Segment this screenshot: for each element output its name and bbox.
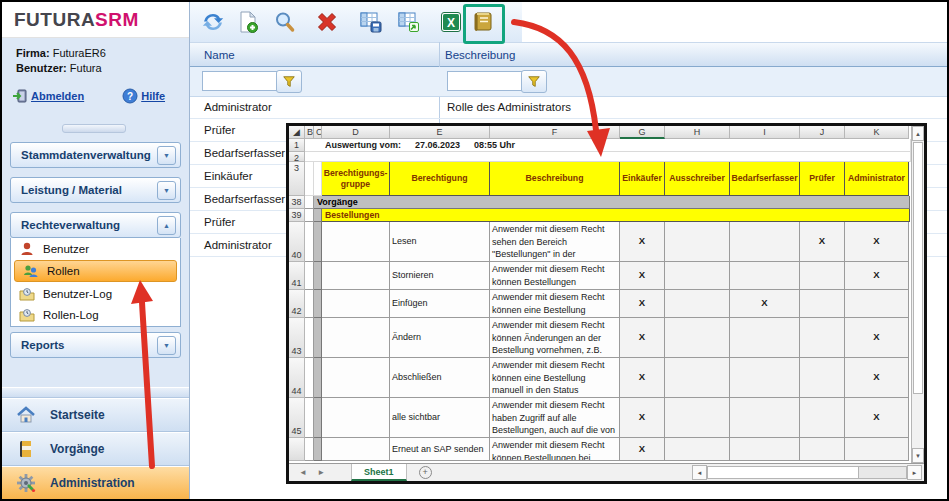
benutzer-label: Benutzer: [16, 62, 67, 74]
nav-item-vorgaenge[interactable]: Vorgänge [2, 432, 189, 466]
col-letter-selected: G [620, 126, 665, 139]
row-number: 2 [289, 152, 305, 162]
sheet-header-administrator: Administrator [845, 162, 909, 196]
sidebar-item-benutzer-log[interactable]: Benutzer-Log [11, 283, 180, 304]
scroll-up-icon[interactable]: ▲ [912, 126, 924, 141]
filter-row [190, 67, 947, 97]
chevron-down-icon[interactable]: ▼ [157, 336, 176, 355]
sheet-horizontal-scrollbar[interactable]: ◄ ► [692, 466, 922, 479]
name-filter-input[interactable] [202, 71, 278, 91]
x-bedarfserfasser [730, 222, 800, 262]
add-sheet-icon[interactable]: + [419, 466, 432, 479]
sheet-vertical-scrollbar[interactable]: ▲ ▼ [911, 126, 924, 463]
sheet-title-row: 1 Auswertung vom: 27.06.2023 08:55 Uhr [289, 139, 911, 152]
sidebar-item-benutzer[interactable]: Benutzer [11, 238, 180, 259]
sidebar-item-rollen-log[interactable]: Rollen-Log [11, 304, 180, 325]
beschreibung-filter-input[interactable] [447, 71, 523, 91]
x-einkaeufer: X [620, 358, 665, 398]
accordion-label: Leistung / Material [11, 184, 157, 196]
row-number: 1 [289, 139, 305, 152]
log-icon [19, 307, 35, 323]
x-administrator: X [845, 222, 909, 262]
x-pruefer [800, 290, 845, 318]
beschreibung-filter-button[interactable] [521, 70, 547, 93]
row-number: 40 [289, 222, 305, 262]
row-number: 45 [289, 398, 305, 438]
x-bedarfserfasser: X [730, 290, 800, 318]
col-letter: J [800, 126, 845, 139]
delete-x-icon [315, 10, 339, 34]
new-record-button[interactable] [235, 9, 261, 35]
logo-text-srm: SRM [95, 9, 139, 30]
save-grid-button[interactable] [358, 9, 384, 35]
excel-icon: X [439, 10, 463, 34]
chevron-down-icon[interactable]: ▼ [157, 181, 176, 200]
user-icon [19, 241, 35, 257]
chevron-up-icon[interactable]: ▲ [157, 216, 176, 235]
row-number: 44 [289, 358, 305, 398]
scroll-left-icon[interactable]: ◄ [692, 465, 707, 480]
logo-text-futura: FUTURA [14, 9, 95, 30]
x-administrator: X [845, 262, 909, 290]
role-description: Rolle des Administrators [439, 101, 571, 113]
refresh-button[interactable] [200, 9, 226, 35]
firma-label: Firma: [16, 47, 50, 59]
benutzer-value: Futura [70, 62, 102, 74]
nav-item-label: Administration [50, 476, 135, 490]
nav-item-administration[interactable]: Administration [2, 466, 189, 499]
x-administrator [845, 290, 909, 318]
chevron-down-icon[interactable]: ▼ [157, 146, 176, 165]
vertical-scroll-thumb[interactable] [913, 142, 923, 394]
permission-name: Abschließen [390, 358, 490, 398]
nav-item-startseite[interactable]: Startseite [2, 398, 189, 432]
sidebar-item-label: Rollen [47, 265, 80, 277]
delete-button[interactable] [314, 9, 340, 35]
accordion-leistung-material[interactable]: Leistung / Material ▼ [10, 177, 181, 203]
accordion-label: Reports [11, 339, 157, 351]
search-button[interactable] [272, 9, 298, 35]
accordion-rechteverwaltung[interactable]: Rechteverwaltung ▲ [10, 212, 181, 238]
col-letter: B [305, 126, 314, 139]
subgroup-label: Bestellungen [322, 209, 910, 222]
accordion-stammdatenverwaltung[interactable]: Stammdatenverwaltung ▼ [10, 142, 181, 168]
report-title-label: Auswertung vom: [325, 139, 401, 151]
x-einkaeufer: X [620, 438, 665, 461]
column-header-name[interactable]: Name [204, 43, 235, 66]
col-letter: C [314, 126, 322, 139]
x-pruefer [800, 358, 845, 398]
roles-icon [23, 263, 39, 279]
scroll-down-icon[interactable]: ▼ [912, 448, 924, 463]
report-book-button[interactable] [470, 9, 496, 35]
x-ausschreiber [665, 262, 730, 290]
group-label: Vorgänge [314, 196, 910, 209]
x-einkaeufer: X [620, 398, 665, 438]
table-row[interactable]: Administrator Rolle des Administrators [190, 96, 947, 119]
export-grid-button[interactable] [396, 9, 422, 35]
excel-export-button[interactable]: X [438, 9, 464, 35]
name-filter-button[interactable] [276, 70, 302, 93]
sidebar-item-rollen[interactable]: Rollen [14, 260, 177, 282]
scroll-right-icon[interactable]: ► [907, 465, 922, 480]
sidebar-splitter[interactable] [62, 124, 126, 133]
x-pruefer [800, 318, 845, 358]
col-letter: E [390, 126, 490, 139]
grid-header: Name Beschreibung [190, 42, 947, 67]
horizontal-scroll-thumb[interactable] [708, 467, 859, 478]
sheet-tab-sheet1[interactable]: Sheet1 [351, 464, 407, 481]
x-pruefer [800, 438, 845, 461]
logout-link[interactable]: Abmelden [12, 88, 84, 104]
excel-report-overlay: ◢ B C D E F G H I J K 1 Auswertung vom: [286, 123, 927, 484]
sheet-nav-arrows[interactable]: ◄ ► [289, 468, 329, 477]
new-document-icon [236, 10, 260, 34]
help-link[interactable]: ? Hilfe [122, 88, 165, 104]
sheet-data-row: 42 Einfügen Anwender mit diesem Recht kö… [289, 290, 911, 318]
firma-value: FuturaER6 [53, 47, 106, 59]
row-number: 42 [289, 290, 305, 318]
row-number: 41 [289, 262, 305, 290]
x-administrator [845, 438, 909, 461]
book-icon [471, 10, 495, 34]
accordion-reports[interactable]: Reports ▼ [10, 332, 181, 358]
row-number [289, 438, 305, 461]
column-header-beschreibung[interactable]: Beschreibung [445, 43, 515, 66]
funnel-icon [282, 75, 296, 89]
